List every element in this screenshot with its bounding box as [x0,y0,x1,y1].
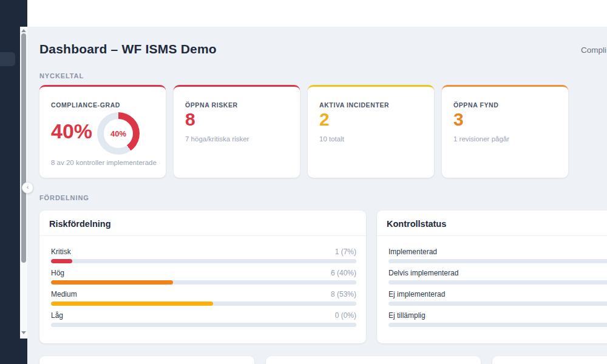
control-bar-track [388,259,607,263]
kpi-caption: 8 av 20 kontroller implementerade [51,159,157,166]
kpi-caption: 1 revisioner pågår [453,135,509,143]
kpi-label: AKTIVA INCIDENTER [319,101,389,109]
control-row-label: Delvis implementerad [388,269,458,277]
kpi-value: 40% [51,120,92,142]
kpi-label: COMPLIANCE-GRAD [51,101,120,109]
card-title: Riskfördelning [39,211,366,236]
chevron-left-icon: ‹ [27,183,29,190]
risk-rows: Kritisk 1 (7%) Hög 6 (40%) [39,236,366,327]
control-row-ej-tillamplig: Ej tillämplig [388,311,607,327]
control-bar-track [388,280,607,285]
risk-row-value: 1 (7%) [335,248,356,256]
card-title: Kontrollstatus [377,211,607,236]
kpi-label: ÖPPNA RISKER [185,101,238,109]
scroll-down-icon[interactable] [21,331,26,334]
page-title: Dashboard – WF ISMS Demo [39,42,217,56]
risk-row-label: Kritisk [51,248,71,256]
kpi-card-active-incidents: AKTIVA INCIDENTER 2 10 totalt [308,85,434,178]
donut-center-label: 40% [110,129,126,138]
risk-bar-track [51,302,356,306]
section-label-nyckeltal: NYCKELTAL [39,72,84,79]
donut-hole: 40% [104,119,133,148]
risk-bar-fill [51,280,173,285]
risk-row-lag: Låg 0 (0%) [51,311,356,327]
scrollbar-thumb[interactable] [21,33,26,263]
risk-row-value: 6 (40%) [331,269,356,277]
main-content: Dashboard – WF ISMS Demo Compli NYCKELTA… [27,27,607,364]
control-bar-track [388,302,607,306]
control-row-delvis: Delvis implementerad [388,269,607,285]
kpi-card-open-findings: ÖPPNA FYND 3 1 revisioner pågår [442,85,568,178]
risk-bar-track [51,259,356,263]
bottom-card-2 [266,356,481,364]
control-row-label: Ej tillämplig [388,311,426,320]
risk-row-label: Medium [51,290,77,298]
risk-row-medium: Medium 8 (53%) [51,290,356,306]
kpi-caption: 7 höga/kritiska risker [185,135,249,143]
control-row-ej-implementerad: Ej implementerad [388,290,607,306]
risk-row-label: Låg [51,311,63,320]
control-bar-track [388,323,607,327]
control-rows: Implementerad Delvis implementerad [377,236,607,327]
bottom-card-row [39,356,607,364]
control-row-label: Implementerad [388,248,437,256]
top-header-bar [27,0,607,27]
sidebar-active-item[interactable] [0,52,15,66]
kpi-label: ÖPPNA FYND [453,101,498,109]
distribution-card-row: Riskfördelning Kritisk 1 (7%) Hög [39,211,607,343]
risk-bar-track [51,280,356,285]
kpi-card-open-risks: ÖPPNA RISKER 8 7 höga/kritiska risker [174,85,300,178]
risk-bar-fill [51,302,213,306]
app-window: ‹ Dashboard – WF ISMS Demo Compli NYCKEL… [0,0,607,364]
bottom-card-1 [39,356,254,364]
kpi-caption: 10 totalt [319,135,344,143]
risk-row-label: Hög [51,269,64,277]
bottom-card-3 [492,356,607,364]
risk-bar-track [51,323,356,327]
risk-bar-fill [51,259,72,263]
kpi-card-compliance: COMPLIANCE-GRAD 40% 40% 8 av 20 kontroll… [39,85,166,178]
sidebar-collapse-button[interactable]: ‹ [22,182,33,194]
control-row-label: Ej implementerad [388,290,445,298]
risk-row-value: 8 (53%) [331,290,356,298]
risk-row-kritisk: Kritisk 1 (7%) [51,248,356,263]
control-row-implementerad: Implementerad [388,248,607,263]
header-link-compliance[interactable]: Compli [581,46,606,55]
risk-distribution-card: Riskfördelning Kritisk 1 (7%) Hög [39,211,366,343]
control-status-card: Kontrollstatus Implementerad Delvis impl… [377,211,607,343]
section-label-fordelning: FÖRDELNING [39,194,89,201]
kpi-value: 3 [453,109,464,130]
risk-row-value: 0 (0%) [335,311,356,320]
compliance-donut-chart: 40% [97,112,140,155]
kpi-value: 8 [185,109,195,130]
kpi-card-row: COMPLIANCE-GRAD 40% 40% 8 av 20 kontroll… [39,85,568,178]
kpi-value: 2 [319,109,330,130]
risk-row-hog: Hög 6 (40%) [51,269,356,285]
scroll-up-icon[interactable] [21,29,26,32]
